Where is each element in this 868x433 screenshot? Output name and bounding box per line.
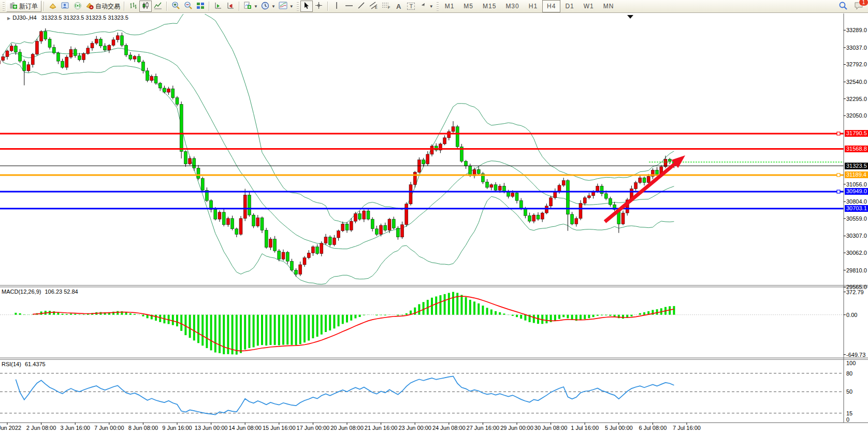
horizontal-line-31790.5[interactable] xyxy=(0,132,844,135)
rsi-line xyxy=(16,376,674,414)
macd-histogram xyxy=(16,292,674,355)
macd-signal-line xyxy=(33,296,674,351)
mt4-trading-app: 新订单 自动交易 ▼ ▼ ▼ E F A T ▼ xyxy=(0,0,868,433)
horizontal-line-31189.4[interactable] xyxy=(0,174,844,177)
chart-canvas xyxy=(0,0,868,433)
panel-separators[interactable] xyxy=(0,285,868,359)
trend-arrow[interactable] xyxy=(605,155,685,222)
chart-shift-marker[interactable] xyxy=(627,15,633,19)
horizontal-line-30949.0[interactable] xyxy=(0,190,844,193)
candles xyxy=(0,28,675,277)
